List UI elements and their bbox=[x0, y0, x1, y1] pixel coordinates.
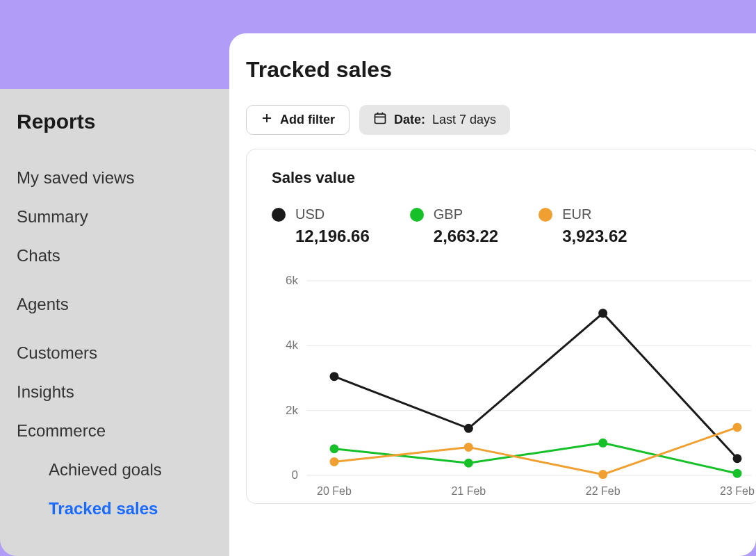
svg-point-25 bbox=[733, 469, 742, 478]
svg-text:4k: 4k bbox=[286, 338, 298, 352]
sales-chart: 02k4k6k20 Feb21 Feb22 Feb23 Feb bbox=[272, 274, 756, 503]
legend-value-usd: 12,196.66 bbox=[295, 227, 370, 246]
sidebar: Reports My saved views Summary Chats Age… bbox=[0, 89, 229, 556]
svg-rect-2 bbox=[375, 114, 386, 123]
svg-point-18 bbox=[330, 372, 339, 381]
sidebar-item-agents[interactable]: Agents bbox=[17, 285, 213, 324]
legend-label-gbp: GBP bbox=[434, 206, 498, 222]
card-title: Sales value bbox=[272, 169, 756, 187]
svg-point-22 bbox=[330, 444, 339, 453]
calendar-icon bbox=[373, 111, 387, 129]
sidebar-item-customers[interactable]: Customers bbox=[17, 334, 213, 373]
legend-item-eur[interactable]: EUR 3,923.62 bbox=[539, 206, 627, 246]
legend-item-gbp[interactable]: GBP 2,663.22 bbox=[410, 206, 498, 246]
svg-text:20 Feb: 20 Feb bbox=[317, 485, 352, 497]
date-filter-button[interactable]: Date: Last 7 days bbox=[359, 105, 510, 135]
legend-value-gbp: 2,663.22 bbox=[434, 227, 498, 246]
svg-point-24 bbox=[598, 439, 607, 448]
dot-eur bbox=[539, 208, 552, 222]
legend-label-eur: EUR bbox=[562, 206, 627, 222]
sidebar-item-saved-views[interactable]: My saved views bbox=[17, 158, 213, 197]
date-filter-value: Last 7 days bbox=[432, 113, 496, 127]
filter-row: Add filter Date: Last 7 days bbox=[246, 105, 756, 135]
svg-text:22 Feb: 22 Feb bbox=[586, 485, 621, 497]
sidebar-item-summary[interactable]: Summary bbox=[17, 197, 213, 236]
add-filter-button[interactable]: Add filter bbox=[246, 105, 350, 135]
dot-gbp bbox=[410, 208, 424, 222]
sidebar-item-chats[interactable]: Chats bbox=[17, 236, 213, 275]
sidebar-item-ecommerce[interactable]: Ecommerce bbox=[17, 411, 213, 450]
svg-point-20 bbox=[598, 309, 607, 318]
main-panel: Tracked sales Add filter Date: Last 7 da… bbox=[229, 33, 756, 556]
sidebar-subitem-achieved-goals[interactable]: Achieved goals bbox=[17, 450, 213, 489]
dot-usd bbox=[272, 208, 286, 222]
sales-value-card: Sales value USD 12,196.66 GBP 2,663.22 bbox=[246, 149, 756, 504]
svg-text:6k: 6k bbox=[286, 274, 298, 287]
svg-point-29 bbox=[733, 423, 742, 432]
add-filter-label: Add filter bbox=[280, 113, 335, 127]
svg-text:21 Feb: 21 Feb bbox=[451, 485, 486, 497]
svg-text:0: 0 bbox=[292, 468, 298, 482]
chart-area: 02k4k6k20 Feb21 Feb22 Feb23 Feb bbox=[272, 274, 756, 503]
legend-label-usd: USD bbox=[295, 206, 370, 222]
legend: USD 12,196.66 GBP 2,663.22 EUR 3,923.62 bbox=[272, 206, 756, 246]
svg-point-21 bbox=[733, 454, 742, 463]
legend-item-usd[interactable]: USD 12,196.66 bbox=[272, 206, 370, 246]
legend-value-eur: 3,923.62 bbox=[562, 227, 627, 246]
sidebar-item-insights[interactable]: Insights bbox=[17, 373, 213, 411]
svg-text:23 Feb: 23 Feb bbox=[720, 485, 755, 497]
svg-point-19 bbox=[464, 424, 473, 433]
date-filter-label: Date: bbox=[394, 113, 425, 127]
sidebar-subitem-tracked-sales[interactable]: Tracked sales bbox=[17, 489, 213, 528]
svg-point-28 bbox=[598, 470, 607, 479]
svg-point-26 bbox=[330, 457, 339, 466]
page-title: Tracked sales bbox=[246, 57, 756, 83]
svg-point-27 bbox=[464, 443, 473, 452]
svg-text:2k: 2k bbox=[286, 404, 298, 417]
svg-point-23 bbox=[464, 459, 473, 468]
plus-icon bbox=[261, 112, 273, 128]
sidebar-title: Reports bbox=[17, 110, 213, 133]
